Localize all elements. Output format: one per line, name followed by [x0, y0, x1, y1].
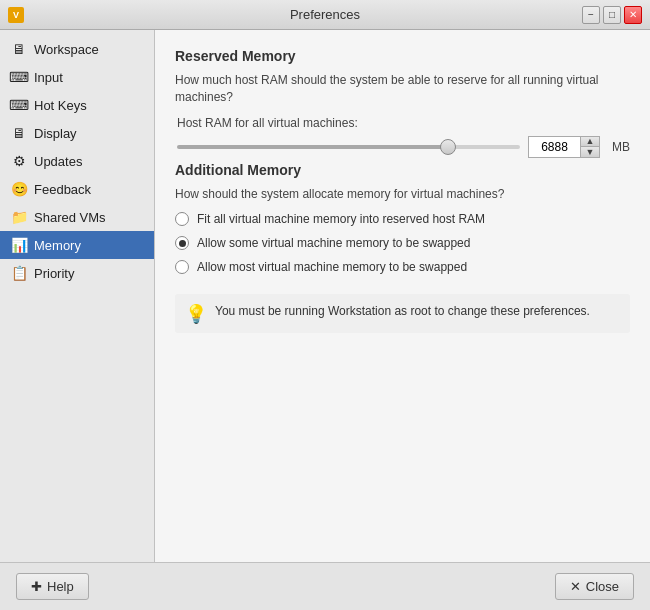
titlebar: V Preferences − □ ✕: [0, 0, 650, 30]
sidebar-item-feedback[interactable]: 😊 Feedback: [0, 175, 154, 203]
ram-slider-track: [177, 145, 520, 149]
ram-increment-button[interactable]: ▲: [580, 136, 600, 147]
main-content: 🖥 Workspace ⌨ Input ⌨ Hot Keys 🖥 Display…: [0, 30, 650, 562]
sidebar-label-feedback: Feedback: [34, 182, 91, 197]
app-icon: V: [8, 7, 24, 23]
memory-icon: 📊: [10, 236, 28, 254]
radio-circle-some-swap[interactable]: [175, 236, 189, 250]
radio-group: Fit all virtual machine memory into rese…: [175, 212, 630, 274]
help-button[interactable]: ✚ Help: [16, 573, 89, 600]
radio-circle-fit[interactable]: [175, 212, 189, 226]
help-icon: ✚: [31, 579, 42, 594]
ram-slider-thumb[interactable]: [440, 139, 456, 155]
close-button[interactable]: ✕ Close: [555, 573, 634, 600]
radio-label-most-swap: Allow most virtual machine memory to be …: [197, 260, 467, 274]
content-area: Reserved Memory How much host RAM should…: [155, 30, 650, 562]
sidebar-item-display[interactable]: 🖥 Display: [0, 119, 154, 147]
sidebar-label-priority: Priority: [34, 266, 74, 281]
sidebar-item-priority[interactable]: 📋 Priority: [0, 259, 154, 287]
close-icon: ✕: [570, 579, 581, 594]
sidebar-item-updates[interactable]: ⚙ Updates: [0, 147, 154, 175]
sidebar-item-memory[interactable]: 📊 Memory: [0, 231, 154, 259]
sidebar-label-updates: Updates: [34, 154, 82, 169]
priority-icon: 📋: [10, 264, 28, 282]
feedback-icon: 😊: [10, 180, 28, 198]
radio-item-some-swap[interactable]: Allow some virtual machine memory to be …: [175, 236, 630, 250]
display-icon: 🖥: [10, 124, 28, 142]
info-text: You must be running Workstation as root …: [215, 302, 590, 320]
sidebar-item-workspace[interactable]: 🖥 Workspace: [0, 35, 154, 63]
radio-label-some-swap: Allow some virtual machine memory to be …: [197, 236, 470, 250]
sidebar-item-hotkeys[interactable]: ⌨ Hot Keys: [0, 91, 154, 119]
ram-stepper: ▲ ▼: [580, 136, 600, 158]
sidebar-item-input[interactable]: ⌨ Input: [0, 63, 154, 91]
close-label: Close: [586, 579, 619, 594]
workspace-icon: 🖥: [10, 40, 28, 58]
radio-item-most-swap[interactable]: Allow most virtual machine memory to be …: [175, 260, 630, 274]
sidebar-label-hotkeys: Hot Keys: [34, 98, 87, 113]
updates-icon: ⚙: [10, 152, 28, 170]
sharedvms-icon: 📁: [10, 208, 28, 226]
additional-memory-section: Additional Memory How should the system …: [175, 162, 630, 334]
sidebar-label-memory: Memory: [34, 238, 81, 253]
sidebar-label-sharedvms: Shared VMs: [34, 210, 106, 225]
radio-label-fit: Fit all virtual machine memory into rese…: [197, 212, 485, 226]
footer: ✚ Help ✕ Close: [0, 562, 650, 610]
restore-button[interactable]: □: [603, 6, 621, 24]
help-label: Help: [47, 579, 74, 594]
ram-slider-container[interactable]: [177, 137, 520, 157]
ram-decrement-button[interactable]: ▼: [580, 147, 600, 158]
reserved-memory-desc: How much host RAM should the system be a…: [175, 72, 630, 106]
sidebar-label-input: Input: [34, 70, 63, 85]
ram-label: Host RAM for all virtual machines:: [177, 116, 630, 130]
input-icon: ⌨: [10, 68, 28, 86]
minimize-button[interactable]: −: [582, 6, 600, 24]
ram-value-box: ▲ ▼: [528, 136, 600, 158]
sidebar-item-sharedvms[interactable]: 📁 Shared VMs: [0, 203, 154, 231]
window-title: Preferences: [290, 7, 360, 22]
close-window-button[interactable]: ✕: [624, 6, 642, 24]
ram-slider-row: ▲ ▼ MB: [177, 136, 630, 158]
reserved-memory-title: Reserved Memory: [175, 48, 630, 64]
info-icon: 💡: [185, 303, 207, 325]
additional-memory-desc: How should the system allocate memory fo…: [175, 186, 630, 203]
sidebar-label-workspace: Workspace: [34, 42, 99, 57]
additional-memory-title: Additional Memory: [175, 162, 630, 178]
radio-item-fit[interactable]: Fit all virtual machine memory into rese…: [175, 212, 630, 226]
titlebar-left: V: [8, 7, 24, 23]
info-box: 💡 You must be running Workstation as roo…: [175, 294, 630, 333]
window-controls: − □ ✕: [582, 6, 642, 24]
hotkeys-icon: ⌨: [10, 96, 28, 114]
sidebar-label-display: Display: [34, 126, 77, 141]
ram-unit-label: MB: [612, 140, 630, 154]
ram-section: Host RAM for all virtual machines: ▲ ▼ M…: [177, 116, 630, 158]
sidebar: 🖥 Workspace ⌨ Input ⌨ Hot Keys 🖥 Display…: [0, 30, 155, 562]
radio-circle-most-swap[interactable]: [175, 260, 189, 274]
ram-value-input[interactable]: [528, 136, 580, 158]
